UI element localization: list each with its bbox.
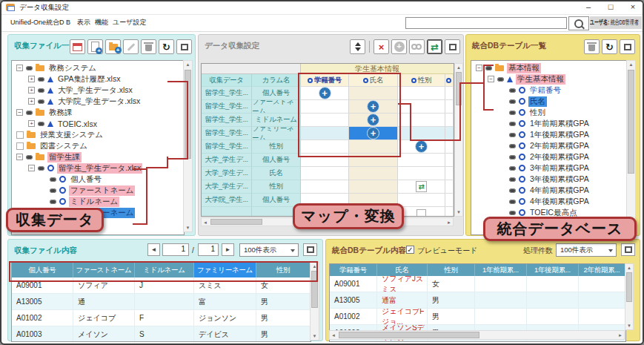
tree-item[interactable]: 図書システム <box>12 140 184 151</box>
maximize-button[interactable] <box>621 243 635 256</box>
menu-view[interactable]: 表示 <box>77 18 90 27</box>
map-cell[interactable] <box>349 167 398 180</box>
vertical-scrollbar[interactable]: ▲ ▼ <box>454 63 463 217</box>
add-file-button[interactable] <box>87 39 103 54</box>
table-row[interactable]: A09001ソフィアJスミス女 <box>12 277 311 294</box>
column-header[interactable]: 収集データ <box>202 74 252 87</box>
add-folder-button[interactable] <box>105 39 121 54</box>
map-cell[interactable] <box>445 180 454 194</box>
map-cell[interactable] <box>398 154 445 167</box>
calendar-button[interactable] <box>70 39 85 54</box>
tree-item[interactable]: −教務システム <box>12 62 184 73</box>
horizontal-scrollbar[interactable]: ◄ ► <box>329 330 625 340</box>
mapping-plus-icon[interactable]: + <box>367 127 379 139</box>
tree-item[interactable]: 3年前期累積GPA <box>471 162 627 174</box>
tree-item[interactable]: 2年後期累積GPA <box>471 151 627 162</box>
eye-icon[interactable] <box>509 122 516 126</box>
tree-item[interactable]: 性別 <box>471 107 627 118</box>
checkbox[interactable] <box>16 142 24 150</box>
scrollbar-thumb[interactable] <box>185 70 191 159</box>
column-header[interactable]: ミドルネーム <box>135 263 194 277</box>
tree-item[interactable]: 3年後期累積GPA <box>471 174 627 185</box>
delete-button[interactable] <box>141 39 156 54</box>
scroll-down-icon[interactable]: ▼ <box>311 332 319 340</box>
link-button[interactable] <box>409 39 425 54</box>
map-cell[interactable] <box>445 140 454 154</box>
tree-item[interactable]: 4年後期累積GPA <box>471 196 627 207</box>
map-cell[interactable] <box>398 114 445 127</box>
scroll-right-icon[interactable]: ► <box>445 218 453 227</box>
map-cell[interactable] <box>301 180 349 194</box>
map-cell[interactable] <box>445 100 454 114</box>
page-input[interactable]: 1 <box>162 243 189 256</box>
table-row[interactable]: A13005通富男 <box>12 294 311 310</box>
eye-icon[interactable] <box>50 188 56 193</box>
eye-icon[interactable] <box>38 77 44 82</box>
prev-page-button[interactable]: ◄ <box>147 243 160 256</box>
table-row[interactable]: A01002ジェイコブFジョンソン男 <box>12 310 311 326</box>
mapping-row[interactable]: 留学生_学生...ファミリーネーム+ <box>202 127 454 140</box>
expander-icon[interactable]: + <box>28 87 35 93</box>
table-row[interactable]: A01003メイソンSデイビス男 <box>12 326 311 342</box>
column-header[interactable]: 個人番号 <box>12 263 73 277</box>
map-cell[interactable] <box>445 87 454 100</box>
tree-item[interactable]: 1年前期累積GPA <box>471 118 627 129</box>
scrollbar-thumb[interactable] <box>628 70 634 174</box>
scrollbar-thumb[interactable] <box>339 332 479 338</box>
map-cell[interactable] <box>445 194 454 207</box>
convert-button[interactable]: ⇄ <box>427 39 442 54</box>
column-header[interactable]: 2年前期累... <box>579 264 625 276</box>
eye-icon[interactable] <box>50 200 56 204</box>
table-row[interactable]: A13005通富男 <box>330 292 625 309</box>
map-cell[interactable]: + <box>398 140 445 154</box>
tree-item[interactable]: −留学生_学生データ.xlsx <box>12 162 184 174</box>
scrollbar-thumb[interactable] <box>626 272 632 302</box>
column-header[interactable]: 1年前期累... <box>475 264 527 276</box>
next-page-button[interactable]: ► <box>222 243 234 256</box>
table-row[interactable]: A09001ソフィアJスミス女 <box>330 276 625 292</box>
map-cell[interactable] <box>398 167 445 180</box>
tree-item[interactable]: −教務課 <box>12 107 184 118</box>
eye-icon[interactable] <box>497 77 504 82</box>
eye-icon[interactable] <box>509 88 516 93</box>
scroll-left-icon[interactable]: ◄ <box>330 331 337 340</box>
scrollbar-thumb[interactable] <box>210 219 262 225</box>
tree-item[interactable]: +大学院_学生データ.xlsx <box>12 96 184 107</box>
map-cell[interactable] <box>445 167 454 180</box>
map-cell[interactable] <box>398 87 445 100</box>
close-button[interactable]: × <box>626 1 640 13</box>
eye-icon[interactable] <box>50 177 56 182</box>
expander-icon[interactable]: + <box>28 76 35 82</box>
maximize-button[interactable] <box>620 39 635 54</box>
checkbox[interactable] <box>16 131 24 139</box>
map-cell[interactable]: + <box>349 127 398 140</box>
tree-item[interactable]: 4年前期累積GPA <box>471 185 627 196</box>
menu-function[interactable]: 機能 <box>95 18 108 27</box>
expander-icon[interactable]: − <box>28 165 35 171</box>
expander-icon[interactable]: + <box>28 98 35 105</box>
scroll-up-icon[interactable]: ▲ <box>625 264 633 272</box>
eye-icon[interactable] <box>509 211 516 215</box>
maximize-button[interactable]: □ <box>604 1 617 13</box>
mapping-plus-icon[interactable]: + <box>415 140 428 153</box>
mapping-row[interactable]: 留学生_学生...個人番号+ <box>202 87 454 100</box>
search-button[interactable] <box>568 16 589 30</box>
expander-icon[interactable]: − <box>476 65 482 71</box>
scroll-left-icon[interactable]: ◄ <box>202 218 209 227</box>
eye-icon[interactable] <box>38 122 44 126</box>
menu-unified-one[interactable]: Unified-One統合D B <box>10 18 70 27</box>
scroll-down-icon[interactable]: ▼ <box>184 224 192 231</box>
menu-user-settings[interactable]: ユーザ設定 <box>113 18 146 27</box>
column-header[interactable]: ファーストネーム <box>73 263 135 277</box>
expander-icon[interactable]: − <box>16 109 23 116</box>
tree-item[interactable]: −留学生課 <box>12 151 184 162</box>
minimize-button[interactable]: – <box>582 1 595 13</box>
map-cell[interactable] <box>301 154 349 167</box>
map-cell[interactable]: + <box>349 100 398 114</box>
scroll-down-icon[interactable]: ▼ <box>625 322 633 329</box>
tree-item[interactable]: +大学_学生データ.xlsx <box>12 85 184 96</box>
tree-item[interactable]: ミドルネーム <box>12 196 184 207</box>
scrollbar-thumb[interactable] <box>456 72 462 105</box>
mapping-row[interactable]: 留学生_学生...性別+ <box>202 140 454 154</box>
eye-icon[interactable] <box>509 155 516 160</box>
